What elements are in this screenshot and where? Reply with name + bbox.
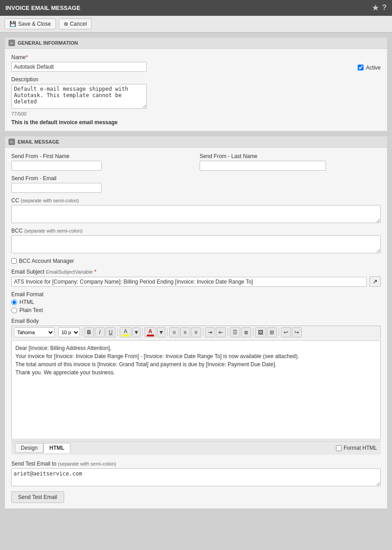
- email-body-label: Email Body: [11, 318, 381, 324]
- send-from-lastname-group: Send From - Last Name: [200, 153, 381, 171]
- title-bar: INVOICE EMAIL MESSAGE ★ ?: [0, 0, 392, 16]
- highlight-color-group: A: [120, 327, 131, 337]
- highlight-dropdown-button[interactable]: ▼: [132, 327, 140, 337]
- email-format-label: Email Format: [11, 291, 381, 298]
- italic-button[interactable]: I: [95, 327, 105, 337]
- plain-text-radio-row: Plain Text: [11, 307, 381, 313]
- image-button[interactable]: 🖼: [255, 327, 266, 337]
- general-info-toggle[interactable]: −: [9, 40, 15, 46]
- tab-group: Design HTML: [15, 443, 70, 453]
- email-message-section: − EMAIL MESSAGE Send From - First Name S…: [5, 136, 387, 509]
- send-from-email-label: Send From - Email: [11, 175, 147, 182]
- name-label: Name*: [11, 54, 350, 61]
- bullet-list-button[interactable]: ☰: [230, 327, 240, 337]
- email-subject-row: ↗: [11, 276, 381, 287]
- design-tab[interactable]: Design: [15, 443, 43, 453]
- plain-text-radio-label: Plain Text: [19, 307, 43, 313]
- font-color-group: A: [145, 327, 156, 337]
- email-subject-required: *: [94, 269, 97, 275]
- numbered-list-button[interactable]: ≣: [241, 327, 251, 337]
- font-size-select[interactable]: 10 pt: [58, 327, 80, 337]
- cc-group: CC (separate with semi-colon): [11, 197, 381, 223]
- undo-button[interactable]: ↩: [281, 327, 291, 337]
- bcc-sub-label: (separate with semi-colon): [24, 228, 83, 233]
- font-family-select[interactable]: Tahoma: [14, 327, 55, 337]
- bcc-account-manager-row: BCC Account Manager: [11, 258, 381, 264]
- bcc-account-manager-checkbox[interactable]: [11, 258, 17, 264]
- send-test-email-label: Send Test Email to (separate with semi-c…: [11, 461, 116, 467]
- send-from-firstname-group: Send From - First Name: [11, 153, 192, 171]
- rte-divider-1: [82, 328, 82, 336]
- format-html-row: Format HTML: [336, 445, 377, 451]
- save-icon: 💾: [9, 21, 16, 27]
- send-from-email-input[interactable]: [11, 183, 102, 193]
- email-format-group: Email Format HTML Plain Text: [11, 291, 381, 313]
- email-subject-variable-button[interactable]: ↗: [369, 276, 381, 287]
- active-label: Active: [366, 65, 381, 71]
- description-textarea[interactable]: [11, 84, 147, 109]
- indent-button[interactable]: ⇥: [205, 327, 215, 337]
- email-format-radio-group: HTML Plain Text: [11, 299, 381, 313]
- cc-label: CC (separate with semi-colon): [11, 197, 381, 204]
- send-from-name-row: Send From - First Name Send From - Last …: [11, 153, 381, 171]
- cancel-icon: ⊗: [64, 21, 68, 27]
- editor-tabs: Design HTML Format HTML: [11, 441, 381, 455]
- send-test-email-button[interactable]: Send Test Email: [11, 491, 64, 503]
- email-subject-group: Email Subject EmailSubjectVariable * ↗: [11, 269, 381, 287]
- email-subject-label: Email Subject EmailSubjectVariable *: [11, 269, 381, 275]
- send-from-lastname-input[interactable]: [200, 161, 326, 171]
- rte-divider-4: [167, 328, 168, 336]
- underline-button[interactable]: U: [106, 327, 116, 337]
- active-checkbox[interactable]: [358, 65, 364, 70]
- name-input[interactable]: [11, 62, 147, 72]
- email-message-body: Send From - First Name Send From - Last …: [5, 148, 387, 508]
- cancel-button[interactable]: ⊗ Cancel: [59, 19, 92, 29]
- email-message-toggle[interactable]: −: [9, 139, 15, 145]
- outdent-button[interactable]: ⇤: [216, 327, 226, 337]
- html-radio-label: HTML: [19, 299, 34, 305]
- star-icon[interactable]: ★: [372, 4, 378, 12]
- html-radio-row: HTML: [11, 299, 381, 305]
- email-body-group: Email Body Tahoma 10 pt B I U: [11, 318, 381, 503]
- bcc-textarea[interactable]: [11, 235, 381, 253]
- rte-divider-2: [117, 328, 118, 336]
- align-right-button[interactable]: ≡: [191, 327, 201, 337]
- send-from-email-group: Send From - Email: [11, 175, 147, 193]
- cc-textarea[interactable]: [11, 205, 381, 223]
- description-group: Description 77/500: [11, 76, 381, 117]
- bold-button[interactable]: B: [84, 327, 94, 337]
- font-color-indicator: [147, 335, 154, 336]
- name-active-row: Name* Active: [11, 54, 381, 72]
- font-color-dropdown-button[interactable]: ▼: [157, 327, 165, 337]
- help-icon[interactable]: ?: [382, 4, 387, 12]
- bcc-account-manager-label: BCC Account Manager: [19, 258, 74, 264]
- redo-button[interactable]: ↪: [292, 327, 302, 337]
- general-info-section: − GENERAL INFORMATION Name* Active Descr…: [5, 37, 387, 131]
- format-html-label: Format HTML: [344, 445, 377, 451]
- char-count: 77/500: [11, 111, 381, 117]
- align-left-button[interactable]: ≡: [169, 327, 179, 337]
- link-button[interactable]: ⊞: [267, 327, 277, 337]
- send-test-email-textarea[interactable]: [11, 468, 381, 486]
- html-radio[interactable]: [11, 299, 17, 305]
- highlight-color-indicator: [122, 335, 129, 336]
- align-center-button[interactable]: ≡: [180, 327, 190, 337]
- rte-divider-3: [142, 328, 143, 336]
- general-info-header: − GENERAL INFORMATION: [5, 37, 387, 49]
- save-close-button[interactable]: 💾 Save & Close: [5, 19, 56, 29]
- email-subject-input[interactable]: [11, 277, 367, 287]
- bcc-label: BCC (separate with semi-colon): [11, 228, 381, 234]
- send-from-lastname-label: Send From - Last Name: [200, 153, 381, 159]
- general-info-body: Name* Active Description 77/500 This is …: [5, 49, 387, 131]
- page-title: INVOICE EMAIL MESSAGE: [5, 5, 80, 11]
- html-tab[interactable]: HTML: [43, 443, 70, 453]
- name-group: Name*: [11, 54, 350, 72]
- default-notice: This is the default invoice email messag…: [11, 119, 381, 126]
- email-body-editor[interactable]: Dear [Invoice: Billing Address Attention…: [11, 340, 381, 439]
- plain-text-radio[interactable]: [11, 308, 17, 313]
- send-from-firstname-input[interactable]: [11, 161, 102, 171]
- email-message-header: − EMAIL MESSAGE: [5, 136, 387, 148]
- cc-sub-label: (separate with semi-colon): [21, 198, 79, 203]
- format-html-checkbox[interactable]: [336, 445, 342, 451]
- bcc-group: BCC (separate with semi-colon): [11, 228, 381, 253]
